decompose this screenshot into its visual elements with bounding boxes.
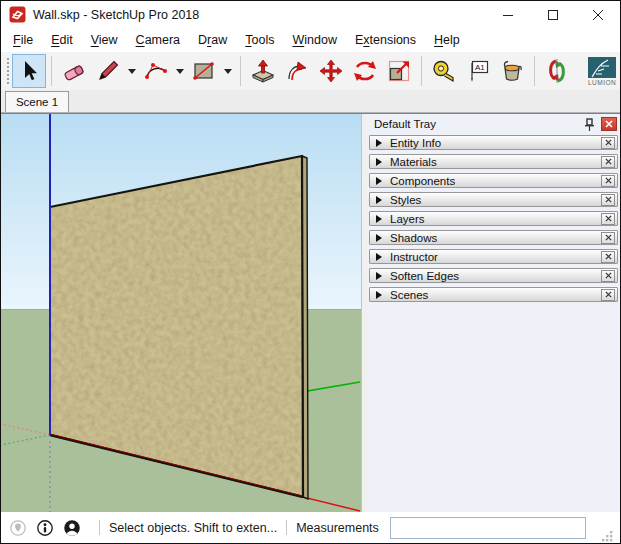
- toolbar: A1 LUMIO: [1, 52, 620, 90]
- lumion-logo[interactable]: LUMION: [588, 57, 620, 86]
- lumion-caption: LUMION: [588, 79, 616, 86]
- maximize-button[interactable]: [530, 1, 575, 28]
- close-icon: [605, 291, 612, 298]
- rectangle-tool-button[interactable]: [187, 54, 221, 88]
- scale-tool-button[interactable]: [382, 54, 416, 88]
- tray-section-entity-info[interactable]: Entity Info: [369, 135, 618, 150]
- tab-scene-1[interactable]: Scene 1: [5, 91, 69, 112]
- close-button[interactable]: [575, 1, 620, 28]
- tray-section-scenes[interactable]: Scenes: [369, 287, 618, 302]
- toolbar-separator: [421, 56, 422, 86]
- menu-view[interactable]: View: [82, 30, 127, 50]
- measurements-label: Measurements: [296, 521, 379, 535]
- tray-section-components[interactable]: Components: [369, 173, 618, 188]
- model-viewport[interactable]: [1, 114, 361, 512]
- sign-in-avatar-icon[interactable]: [63, 519, 81, 537]
- section-close-button[interactable]: [601, 232, 615, 244]
- pencil-icon: [95, 58, 121, 84]
- tray-section-materials[interactable]: Materials: [369, 154, 618, 169]
- tray-section-soften-edges[interactable]: Soften Edges: [369, 268, 618, 283]
- tray-close-button[interactable]: [601, 117, 617, 131]
- section-close-button[interactable]: [601, 137, 615, 149]
- tray-pin-button[interactable]: [581, 117, 597, 132]
- section-close-button[interactable]: [601, 289, 615, 301]
- toolbar-separator: [534, 56, 535, 86]
- menu-extensions[interactable]: Extensions: [346, 30, 425, 50]
- eraser-icon: [61, 58, 87, 84]
- measurements-input[interactable]: [390, 517, 586, 539]
- menu-edit[interactable]: Edit: [42, 30, 82, 50]
- menu-camera[interactable]: Camera: [127, 30, 189, 50]
- section-close-button[interactable]: [601, 156, 615, 168]
- menu-draw[interactable]: Draw: [189, 30, 236, 50]
- lumion-livesync-icon: [544, 58, 570, 84]
- expand-arrow-icon: [376, 196, 382, 204]
- menu-file[interactable]: File: [4, 30, 42, 50]
- menu-help[interactable]: Help: [425, 30, 469, 50]
- close-icon: [605, 177, 612, 184]
- eraser-tool-button[interactable]: [57, 54, 91, 88]
- maximize-icon: [547, 9, 559, 21]
- tape-measure-tool-button[interactable]: [427, 54, 461, 88]
- expand-arrow-icon: [376, 158, 382, 166]
- titlebar: Wall.skp - SketchUp Pro 2018: [1, 1, 620, 28]
- close-icon: [605, 196, 612, 203]
- main-area: Default Tray: [1, 113, 620, 512]
- close-icon: [605, 272, 612, 279]
- close-icon: [592, 9, 604, 21]
- tray-header: Default Tray: [367, 114, 620, 134]
- rectangle-tool-dropdown[interactable]: [221, 54, 235, 88]
- scale-icon: [386, 58, 412, 84]
- section-close-button[interactable]: [601, 270, 615, 282]
- line-tool-button[interactable]: [91, 54, 125, 88]
- close-icon: [605, 215, 612, 222]
- section-close-button[interactable]: [601, 251, 615, 263]
- section-close-button[interactable]: [601, 175, 615, 187]
- close-icon: [605, 158, 612, 165]
- close-icon: [605, 139, 612, 146]
- lumion-livesync-button[interactable]: [540, 54, 574, 88]
- close-icon: [605, 253, 612, 260]
- menu-window[interactable]: Window: [283, 30, 345, 50]
- statusbar-separator: [99, 520, 100, 535]
- status-hint: Select objects. Shift to exten...: [109, 521, 277, 535]
- window-title: Wall.skp - SketchUp Pro 2018: [33, 8, 199, 22]
- toolbar-drag-handle[interactable]: [5, 56, 10, 86]
- line-tool-dropdown[interactable]: [125, 54, 139, 88]
- chevron-down-icon: [128, 69, 136, 74]
- lumion-logo-icon: [588, 57, 616, 78]
- section-close-button[interactable]: [601, 194, 615, 206]
- text-tool-icon: A1: [465, 58, 491, 84]
- move-tool-button[interactable]: [314, 54, 348, 88]
- arc-tool-button[interactable]: [139, 54, 173, 88]
- rotate-tool-button[interactable]: [348, 54, 382, 88]
- window-resize-grip[interactable]: [601, 530, 614, 543]
- svg-text:A1: A1: [475, 63, 485, 72]
- window-controls: [485, 1, 620, 28]
- tape-measure-icon: [431, 58, 457, 84]
- statusbar: Select objects. Shift to exten... Measur…: [1, 512, 620, 543]
- credits-info-icon[interactable]: [36, 519, 54, 537]
- follow-me-tool-button[interactable]: [280, 54, 314, 88]
- toolbar-separator: [240, 56, 241, 86]
- expand-arrow-icon: [376, 234, 382, 242]
- tray-section-instructor[interactable]: Instructor: [369, 249, 618, 264]
- select-tool-button[interactable]: [12, 54, 46, 88]
- pin-icon: [584, 118, 595, 131]
- expand-arrow-icon: [376, 215, 382, 223]
- menu-tools[interactable]: Tools: [236, 30, 283, 50]
- minimize-button[interactable]: [485, 1, 530, 28]
- rectangle-icon: [191, 58, 217, 84]
- model-scene[interactable]: [1, 114, 361, 512]
- text-tool-button[interactable]: A1: [461, 54, 495, 88]
- menubar: File Edit View Camera Draw Tools Window …: [1, 28, 620, 52]
- arc-tool-dropdown[interactable]: [173, 54, 187, 88]
- push-pull-tool-button[interactable]: [246, 54, 280, 88]
- paint-bucket-tool-button[interactable]: [495, 54, 529, 88]
- tray-section-styles[interactable]: Styles: [369, 192, 618, 207]
- section-close-button[interactable]: [601, 213, 615, 225]
- close-icon: [605, 234, 612, 241]
- tray-section-shadows[interactable]: Shadows: [369, 230, 618, 245]
- tray-section-layers[interactable]: Layers: [369, 211, 618, 226]
- rotate-icon: [352, 58, 378, 84]
